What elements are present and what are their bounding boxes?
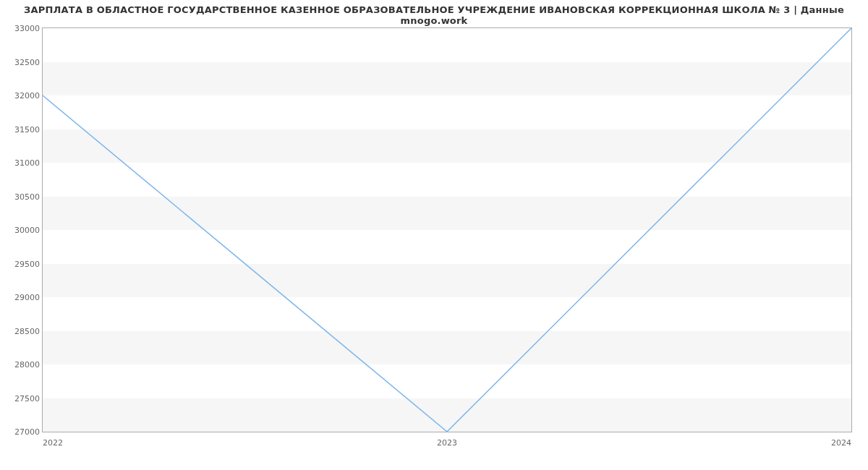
y-tick-label: 30000 [7, 226, 40, 235]
y-tick-label: 31500 [7, 124, 40, 134]
y-tick-label: 33000 [7, 24, 40, 33]
y-tick-label: 32000 [7, 91, 40, 101]
y-tick-label: 32500 [7, 57, 40, 67]
y-tick-label: 29000 [7, 293, 40, 302]
y-tick-label: 28500 [7, 326, 40, 336]
y-tick-label: 29500 [7, 259, 40, 268]
plot-area: 2700027500280002850029000295003000030500… [42, 27, 852, 432]
y-tick-label: 28000 [7, 360, 40, 369]
series-line [43, 28, 851, 432]
x-tick-label: 2023 [437, 438, 457, 448]
x-tick-label: 2024 [831, 438, 851, 448]
chart-title: ЗАРПЛАТА В ОБЛАСТНОЕ ГОСУДАРСТВЕННОЕ КАЗ… [0, 4, 868, 26]
line-series [43, 28, 851, 432]
y-tick-label: 27000 [7, 427, 40, 437]
y-tick-label: 30500 [7, 192, 40, 201]
x-tick-label: 2022 [43, 438, 63, 448]
chart-container: ЗАРПЛАТА В ОБЛАСТНОЕ ГОСУДАРСТВЕННОЕ КАЗ… [0, 0, 868, 470]
y-tick-label: 31000 [7, 158, 40, 168]
y-tick-label: 27500 [7, 393, 40, 403]
